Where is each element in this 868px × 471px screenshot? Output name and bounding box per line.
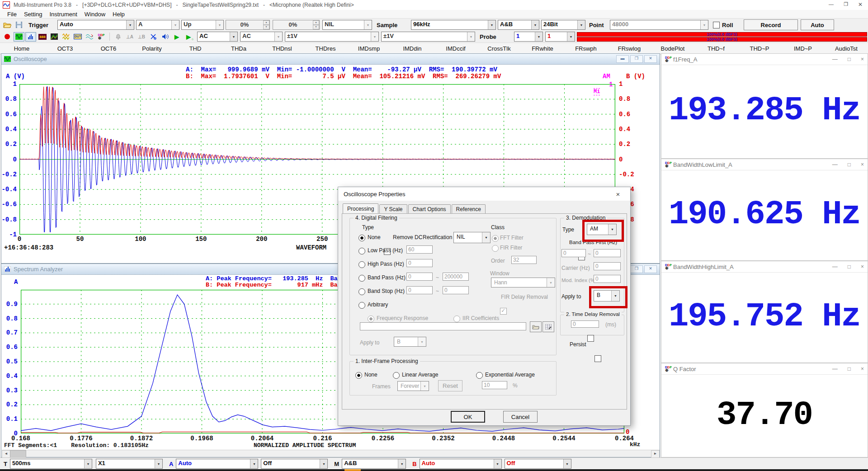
probe-a-select[interactable]: 1▼ — [514, 32, 543, 42]
band-pass-to-input[interactable] — [443, 273, 469, 281]
spectrum-analyzer-icon[interactable] — [25, 32, 36, 42]
menu-setting[interactable]: Setting — [20, 11, 46, 18]
trigger-source-select[interactable]: A▼ — [136, 20, 179, 30]
tab-frswlog[interactable]: FRswlog — [608, 43, 651, 54]
trigger-delay-spinner[interactable]: 0%▲▼ — [273, 20, 320, 30]
low-pass-radio[interactable] — [359, 248, 365, 254]
minimize-icon[interactable]: — — [832, 161, 838, 168]
points-select[interactable]: 48000▼ — [610, 20, 708, 30]
mod-index-input[interactable] — [594, 275, 621, 283]
menu-help[interactable]: Help — [109, 11, 128, 18]
carrier-input[interactable] — [594, 262, 621, 270]
close-icon[interactable]: ✕ — [644, 265, 657, 273]
fir-filter-radio[interactable] — [492, 245, 499, 252]
ddp-title-bar[interactable]: DDP⊕ f1Freq_A —□× — [661, 54, 868, 65]
band-stop-from-input[interactable] — [406, 286, 433, 294]
arbitrary-apply-to-select[interactable]: B▼ — [394, 337, 426, 347]
sampling-bits-select[interactable]: 24Bit▼ — [541, 20, 585, 30]
tab-audiotst[interactable]: AudioTst — [825, 43, 868, 54]
ifp-none-radio[interactable] — [355, 372, 362, 379]
tab-home[interactable]: Home — [0, 43, 43, 54]
tab-frwhite[interactable]: FRwhite — [521, 43, 564, 54]
ddp-title-bar[interactable]: DDP⊕ BandWidthLowLimit_A —□× — [661, 159, 868, 170]
sweep-time-select[interactable]: 500ms▼ — [10, 459, 92, 469]
linear-average-radio[interactable] — [393, 372, 400, 379]
spinner-arrows[interactable]: ▲▼ — [313, 20, 319, 29]
oscilloscope-title-bar[interactable]: Oscilloscope ▬ ❐ ✕ — [1, 54, 660, 65]
ddp-title-bar[interactable]: DDP⊕ Q Factor —□× — [661, 363, 868, 375]
alarm-bell-icon[interactable] — [113, 32, 123, 42]
tab-oct3[interactable]: OCT3 — [43, 43, 87, 54]
record-button[interactable]: Record — [744, 19, 798, 30]
high-pass-input[interactable] — [406, 259, 433, 267]
reset-button[interactable]: Reset — [438, 380, 462, 391]
spinner-arrows[interactable]: ▲▼ — [263, 20, 269, 29]
window-select[interactable]: Hann▼ — [491, 278, 555, 287]
channel-b-range-select[interactable]: Auto▼ — [420, 459, 502, 469]
minimize-icon[interactable]: — — [832, 366, 838, 372]
minimize-icon[interactable]: — — [832, 56, 838, 62]
trigger-hpf-select[interactable]: NIL▼ — [322, 20, 372, 30]
restore-icon[interactable]: ❐ — [630, 55, 643, 63]
tab-chart-options[interactable]: Chart Options — [408, 204, 451, 214]
reference-a-icon[interactable]: ⊥A — [124, 32, 135, 42]
close-icon[interactable]: × — [861, 366, 864, 372]
demod-bp-from-input[interactable] — [561, 249, 586, 257]
sampling-channels-select[interactable]: A&B▼ — [498, 20, 539, 30]
channel-b-function-select[interactable]: Off▼ — [505, 459, 571, 469]
scrollbar-thumb[interactable] — [10, 450, 26, 458]
device-test-plan-icon[interactable]: DUT — [72, 32, 83, 42]
menu-instrument[interactable]: Instrument — [46, 11, 80, 18]
demod-bp-to-input[interactable] — [594, 249, 621, 257]
tab-thd-f[interactable]: THD~f — [694, 43, 738, 54]
tab-oct6[interactable]: OCT6 — [87, 43, 130, 54]
tab-thdres[interactable]: THDres — [304, 43, 347, 54]
tab-imd-p[interactable]: IMD~P — [781, 43, 825, 54]
rectification-select[interactable]: NIL▼ — [453, 232, 491, 243]
maximize-icon[interactable]: □ — [848, 264, 851, 270]
tab-thdnsl[interactable]: THDnsl — [260, 43, 304, 54]
band-stop-radio[interactable] — [359, 288, 365, 295]
minimize-icon[interactable]: — — [829, 1, 834, 7]
oscilloscope-icon[interactable] — [14, 32, 24, 42]
browse-file-button[interactable] — [530, 321, 542, 332]
scroll-left-icon[interactable]: ◄ — [2, 450, 10, 458]
roll-checkbox[interactable] — [713, 22, 720, 28]
arbitrary-file-input[interactable] — [360, 322, 526, 330]
exponential-average-radio[interactable] — [476, 372, 483, 379]
trigger-level-spinner[interactable]: 0%▲▼ — [226, 20, 270, 30]
exp-average-input[interactable] — [482, 381, 507, 389]
tab-imdccif[interactable]: IMDccif — [434, 43, 477, 54]
cancel-button[interactable]: Cancel — [503, 411, 538, 423]
derived-data-curve-icon[interactable] — [84, 32, 95, 42]
scroll-right-icon[interactable]: ► — [651, 450, 660, 458]
probe-calibration-icon[interactable] — [148, 32, 159, 42]
spectrum-3d-plot-icon[interactable] — [49, 32, 60, 42]
ddp-title-bar[interactable]: DDP⊕ BandWidthHighLimit_A —□× — [661, 261, 868, 273]
high-pass-radio[interactable] — [359, 261, 365, 268]
math-channel-select[interactable]: A&B▼ — [342, 459, 406, 469]
tab-reference[interactable]: Reference — [452, 204, 486, 214]
probe-b-select[interactable]: 1▼ — [545, 32, 575, 42]
filter-none-radio[interactable] — [359, 235, 365, 241]
tab-processing[interactable]: Processing — [343, 203, 378, 213]
tab-bodeplot[interactable]: BodePlot — [651, 43, 694, 54]
demod-apply-to-select[interactable]: B▼ — [594, 290, 620, 301]
range-b-select[interactable]: ±1V▼ — [381, 32, 475, 42]
menu-file[interactable]: File — [4, 11, 20, 18]
ddp-viewer-icon[interactable]: DDP⊕ — [96, 32, 107, 42]
close-icon[interactable]: ✕ — [858, 1, 863, 8]
low-pass-input[interactable] — [406, 245, 433, 254]
sampling-rate-select[interactable]: 96kHz▼ — [411, 20, 496, 30]
edit-table-button[interactable] — [542, 321, 554, 332]
frames-select[interactable]: Forever▼ — [397, 381, 429, 391]
tab-polarity[interactable]: Polarity — [130, 43, 174, 54]
tab-y-scale[interactable]: Y Scale — [379, 204, 407, 214]
order-input[interactable] — [511, 256, 537, 264]
minimize-icon[interactable]: ▬ — [616, 55, 629, 63]
fir-delay-removal-checkbox[interactable] — [500, 308, 507, 315]
save-icon[interactable] — [14, 20, 24, 30]
tab-thda[interactable]: THDa — [217, 43, 260, 54]
frequency-response-radio[interactable] — [368, 316, 374, 322]
signal-generator-icon[interactable] — [61, 32, 71, 42]
